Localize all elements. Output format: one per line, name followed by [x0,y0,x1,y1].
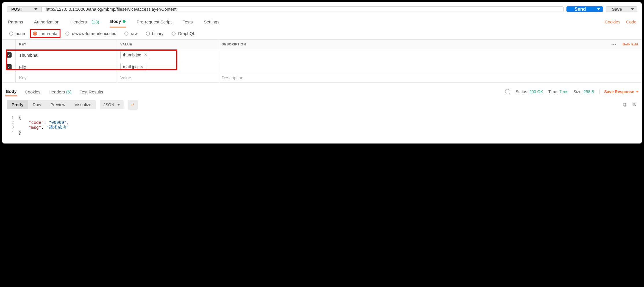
chevron-down-icon [631,8,634,10]
send-button[interactable]: Send [566,6,594,12]
status-label: Status: 200 OK [516,89,543,94]
send-dropdown[interactable] [594,6,603,12]
http-method-label: POST [11,7,22,12]
tab-prerequest[interactable]: Pre-request Script [136,16,172,27]
response-tab-testresults[interactable]: Test Results [79,88,104,96]
formdata-key-cell[interactable]: Thumbnail [16,49,117,61]
body-modified-dot [123,20,126,23]
request-url-text: http://127.0.0.1:10000/analog/mbmp/files… [46,7,176,12]
file-chip-name: matl.jpg [123,65,138,69]
tab-params[interactable]: Params [8,16,24,27]
response-view-segmented: Pretty Raw Preview Visualize [7,100,96,109]
wrap-lines-button[interactable]: ⤶ [128,100,138,110]
formdata-new-row[interactable]: Key Value Description [2,73,642,83]
formdata-desc-cell[interactable] [218,49,642,61]
chevron-down-icon [597,8,600,10]
column-header-key: KEY [16,40,117,49]
tab-body[interactable]: Body [110,16,126,27]
formdata-header-row: KEY VALUE DESCRIPTION ••• Bulk Edit [2,40,642,49]
save-dropdown[interactable] [628,6,637,12]
more-options-icon[interactable]: ••• [612,43,617,46]
formdata-value-placeholder[interactable]: Value [117,73,218,82]
body-type-urlencoded[interactable]: x-www-form-urlencoded [65,31,116,36]
chevron-down-icon [636,91,639,93]
chevron-down-icon [34,8,37,10]
globe-icon[interactable] [505,89,510,94]
column-header-value: VALUE [117,40,218,49]
tab-tests[interactable]: Tests [182,16,193,27]
view-preview[interactable]: Preview [46,100,70,109]
search-icon[interactable]: 🔍︎ [632,102,637,108]
body-type-none[interactable]: none [9,31,25,36]
save-button[interactable]: Save [606,6,628,12]
response-body-code[interactable]: 1{ 2 "code": "00000", 3 "msg": "请求成功" 4} [2,113,642,144]
save-response-button[interactable]: Save Response [599,89,639,94]
time-label: Time: 7 ms [548,89,568,94]
request-url-input[interactable]: http://127.0.0.1:10000/analog/mbmp/files… [42,6,564,12]
code-link[interactable]: Code [626,19,636,24]
tab-settings[interactable]: Settings [203,16,220,27]
remove-file-icon[interactable]: ✕ [140,64,144,69]
formdata-row[interactable]: ✓ File matl.jpg ✕ [2,61,642,73]
formdata-value-cell[interactable]: thumb.jpg ✕ [117,49,218,61]
cookies-link[interactable]: Cookies [605,19,620,24]
body-type-raw[interactable]: raw [124,31,137,36]
column-header-description: DESCRIPTION [222,43,246,46]
bulk-edit-link[interactable]: Bulk Edit [623,43,638,46]
formdata-desc-placeholder[interactable]: Description [218,73,642,82]
chevron-down-icon [117,104,120,106]
view-pretty[interactable]: Pretty [7,100,28,109]
row-checkbox[interactable]: ✓ [6,64,12,69]
format-select[interactable]: JSON [100,100,123,109]
response-tab-body[interactable]: Body [5,87,17,96]
http-method-select[interactable]: POST [7,6,42,12]
file-chip: matl.jpg ✕ [120,63,146,71]
tab-headers[interactable]: Headers (13) [70,16,100,27]
body-type-graphql[interactable]: GraphQL [172,31,195,36]
view-raw[interactable]: Raw [28,100,46,109]
row-checkbox[interactable]: ✓ [6,52,12,58]
remove-file-icon[interactable]: ✕ [144,52,148,58]
body-type-binary[interactable]: binary [146,31,164,36]
view-visualize[interactable]: Visualize [70,100,96,109]
tab-authorization[interactable]: Authorization [34,16,60,27]
formdata-desc-cell[interactable] [218,61,642,73]
file-chip: thumb.jpg ✕ [120,51,150,59]
file-chip-name: thumb.jpg [123,53,141,57]
annotation-highlight-formdata: form-data [30,29,60,38]
formdata-key-placeholder[interactable]: Key [16,73,117,82]
formdata-row[interactable]: ✓ Thumbnail thumb.jpg ✕ [2,49,642,61]
body-type-formdata[interactable]: form-data [33,31,57,36]
copy-icon[interactable]: ⧉ [623,102,627,108]
formdata-key-cell[interactable]: File [16,61,117,73]
response-tab-headers[interactable]: Headers (6) [48,88,72,96]
response-tab-cookies[interactable]: Cookies [24,88,41,96]
size-label: Size: 258 B [573,89,594,94]
formdata-value-cell[interactable]: matl.jpg ✕ [117,61,218,73]
